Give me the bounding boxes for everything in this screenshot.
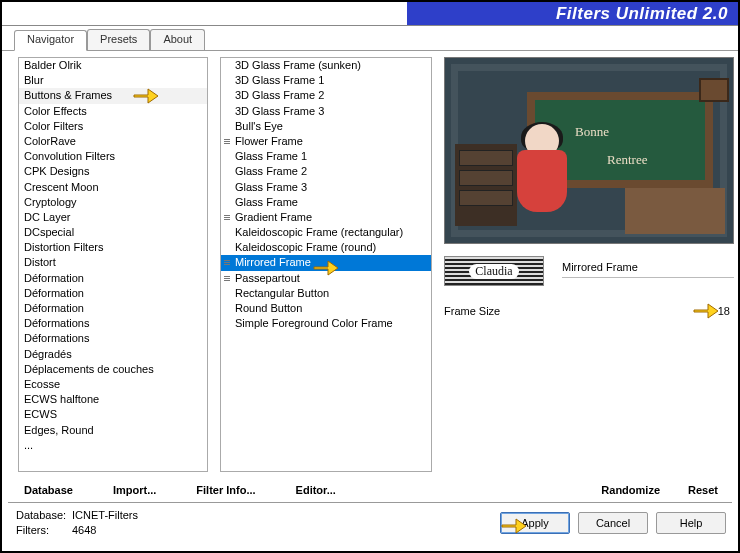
filter-item[interactable]: Round Button xyxy=(221,301,431,316)
filter-info-button[interactable]: Filter Info... xyxy=(196,484,255,496)
filter-item[interactable]: 3D Glass Frame 3 xyxy=(221,104,431,119)
tab-navigator[interactable]: Navigator xyxy=(14,30,87,51)
watermark-text: Claudia xyxy=(469,264,518,279)
separator xyxy=(8,502,732,503)
app-title: Filters Unlimited 2.0 xyxy=(556,4,728,24)
status-filters-value: 4648 xyxy=(72,523,96,538)
category-item[interactable]: Déformation xyxy=(19,301,207,316)
filter-item[interactable]: 3D Glass Frame 2 xyxy=(221,88,431,103)
category-item[interactable]: ECWS xyxy=(19,407,207,422)
filter-list[interactable]: 3D Glass Frame (sunken)3D Glass Frame 13… xyxy=(220,57,432,472)
category-item[interactable]: Color Effects xyxy=(19,104,207,119)
preview-image: Bonne Rentree xyxy=(444,57,734,244)
selected-filter-name: Mirrored Frame xyxy=(562,261,734,278)
dresser xyxy=(455,144,517,226)
navigator-body: Balder OlrikBlurButtons & FramesColor Ef… xyxy=(2,51,738,501)
filter-item[interactable]: Gradient Frame xyxy=(221,210,431,225)
filter-item[interactable]: Kaleidoscopic Frame (rectangular) xyxy=(221,225,431,240)
param-value[interactable]: 18 xyxy=(706,305,730,317)
category-item[interactable]: Buttons & Frames xyxy=(19,88,207,103)
filter-item[interactable]: Bull's Eye xyxy=(221,119,431,134)
filter-item[interactable]: 3D Glass Frame 1 xyxy=(221,73,431,88)
filter-item[interactable]: Flower Frame xyxy=(221,134,431,149)
tab-presets[interactable]: Presets xyxy=(87,29,150,50)
randomize-button[interactable]: Randomize xyxy=(601,484,660,496)
category-item[interactable]: Distort xyxy=(19,255,207,270)
category-item[interactable]: ... xyxy=(19,438,207,453)
category-item[interactable]: Balder Olrik xyxy=(19,58,207,73)
category-item[interactable]: Déformations xyxy=(19,316,207,331)
category-item[interactable]: Déformations xyxy=(19,331,207,346)
desk xyxy=(625,188,725,234)
category-item[interactable]: Déformation xyxy=(19,286,207,301)
status-db-value: ICNET-Filters xyxy=(72,508,138,523)
category-item[interactable]: DCspecial xyxy=(19,225,207,240)
category-item[interactable]: ECWS halftone xyxy=(19,392,207,407)
filter-item[interactable]: Glass Frame xyxy=(221,195,431,210)
filter-item[interactable]: Passepartout xyxy=(221,271,431,286)
category-item[interactable]: DC Layer xyxy=(19,210,207,225)
filter-item[interactable]: Rectangular Button xyxy=(221,286,431,301)
database-button[interactable]: Database xyxy=(24,484,73,496)
editor-button[interactable]: Editor... xyxy=(296,484,336,496)
category-item[interactable]: Blur xyxy=(19,73,207,88)
category-item[interactable]: Distortion Filters xyxy=(19,240,207,255)
status-filters-key: Filters: xyxy=(16,523,72,538)
chalk-text-1: Bonne xyxy=(575,124,609,140)
category-item[interactable]: Edges, Round xyxy=(19,423,207,438)
filter-item[interactable]: Glass Frame 2 xyxy=(221,164,431,179)
category-list[interactable]: Balder OlrikBlurButtons & FramesColor Ef… xyxy=(18,57,208,472)
category-item[interactable]: Crescent Moon xyxy=(19,180,207,195)
filter-item[interactable]: Kaleidoscopic Frame (round) xyxy=(221,240,431,255)
tab-strip: Navigator Presets About xyxy=(2,29,738,51)
category-item[interactable]: Ecosse xyxy=(19,377,207,392)
filter-item[interactable]: Glass Frame 1 xyxy=(221,149,431,164)
import-button[interactable]: Import... xyxy=(113,484,156,496)
param-label: Frame Size xyxy=(444,305,706,317)
reset-button[interactable]: Reset xyxy=(688,484,718,496)
watermark-stamp: Claudia xyxy=(444,256,544,286)
category-item[interactable]: Déformation xyxy=(19,271,207,286)
filter-item[interactable]: Simple Foreground Color Frame xyxy=(221,316,431,331)
status-bar: Database: ICNET-Filters Filters: 4648 xyxy=(16,508,138,538)
category-item[interactable]: Convolution Filters xyxy=(19,149,207,164)
help-button[interactable]: Help xyxy=(656,512,726,534)
girl xyxy=(515,124,569,232)
param-frame-size: Frame Size 18 xyxy=(444,305,730,317)
category-item[interactable]: ColorRave xyxy=(19,134,207,149)
status-db-key: Database: xyxy=(16,508,72,523)
chalk-text-2: Rentree xyxy=(607,152,647,168)
category-item[interactable]: Color Filters xyxy=(19,119,207,134)
category-item[interactable]: Cryptology xyxy=(19,195,207,210)
filter-item[interactable]: Mirrored Frame xyxy=(221,255,431,270)
category-item[interactable]: CPK Designs xyxy=(19,164,207,179)
tab-about[interactable]: About xyxy=(150,29,205,50)
cancel-button[interactable]: Cancel xyxy=(578,512,648,534)
link-button-row: Database Import... Filter Info... Editor… xyxy=(2,479,738,501)
wall-frame xyxy=(699,78,729,102)
category-item[interactable]: Dégradés xyxy=(19,347,207,362)
title-bar: Filters Unlimited 2.0 xyxy=(2,2,738,26)
filter-item[interactable]: 3D Glass Frame (sunken) xyxy=(221,58,431,73)
filter-item[interactable]: Glass Frame 3 xyxy=(221,180,431,195)
action-buttons: Apply Cancel Help xyxy=(500,512,726,534)
category-item[interactable]: Déplacements de couches xyxy=(19,362,207,377)
apply-button[interactable]: Apply xyxy=(500,512,570,534)
